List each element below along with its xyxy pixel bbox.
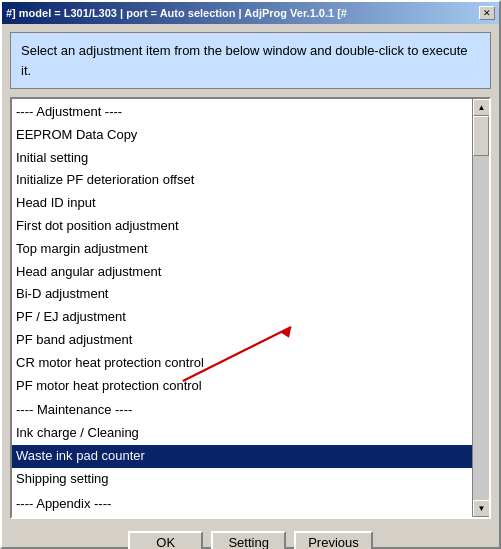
scrollbar-track[interactable]	[473, 116, 489, 500]
scroll-up-button[interactable]: ▲	[473, 99, 490, 116]
list-item[interactable]: ---- Appendix ----	[12, 493, 472, 516]
info-text: Select an adjustment item from the below…	[21, 43, 468, 78]
list-item[interactable]: Head angular adjustment	[12, 261, 472, 284]
setting-button[interactable]: Setting	[211, 531, 286, 549]
list-item[interactable]: PF / EJ adjustment	[12, 306, 472, 329]
list-item[interactable]: Top margin adjustment	[12, 238, 472, 261]
list-container: ---- Adjustment ----EEPROM Data CopyInit…	[10, 97, 491, 519]
list-item[interactable]: PF band adjustment	[12, 329, 472, 352]
list-item[interactable]: Initialize PF deterioration offset	[12, 169, 472, 192]
scroll-down-button[interactable]: ▼	[473, 500, 490, 517]
close-button[interactable]: ✕	[479, 6, 495, 20]
list-item[interactable]: ---- Maintenance ----	[12, 399, 472, 422]
adjustment-list: ---- Adjustment ----EEPROM Data CopyInit…	[12, 99, 472, 517]
list-item[interactable]: Initial setting	[12, 147, 472, 170]
list-item[interactable]: EEPROM Data Copy	[12, 124, 472, 147]
list-item[interactable]: Waste ink pad counter	[12, 445, 472, 468]
window-content: Select an adjustment item from the below…	[2, 24, 499, 549]
list-item[interactable]: Ink charge / Cleaning	[12, 422, 472, 445]
list-item[interactable]: CR motor heat protection control	[12, 352, 472, 375]
list-item[interactable]: Head ID input	[12, 192, 472, 215]
ok-button[interactable]: OK	[128, 531, 203, 549]
list-item[interactable]: First dot position adjustment	[12, 215, 472, 238]
main-window: #] model = L301/L303 | port = Auto selec…	[0, 0, 501, 549]
title-bar: #] model = L301/L303 | port = Auto selec…	[2, 2, 499, 24]
info-box: Select an adjustment item from the below…	[10, 32, 491, 89]
list-area[interactable]: ---- Adjustment ----EEPROM Data CopyInit…	[12, 99, 472, 517]
list-item[interactable]: ---- Adjustment ----	[12, 101, 472, 124]
window-title: #] model = L301/L303 | port = Auto selec…	[6, 7, 347, 19]
button-row: OK Setting Previous	[10, 527, 491, 549]
scrollbar-thumb[interactable]	[473, 116, 489, 156]
scrollbar[interactable]: ▲ ▼	[472, 99, 489, 517]
list-item[interactable]: Shipping setting	[12, 468, 472, 491]
list-item[interactable]: PF motor heat protection control	[12, 375, 472, 398]
list-item[interactable]: Bi-D adjustment	[12, 283, 472, 306]
previous-button[interactable]: Previous	[294, 531, 373, 549]
title-bar-controls: ✕	[479, 6, 495, 20]
